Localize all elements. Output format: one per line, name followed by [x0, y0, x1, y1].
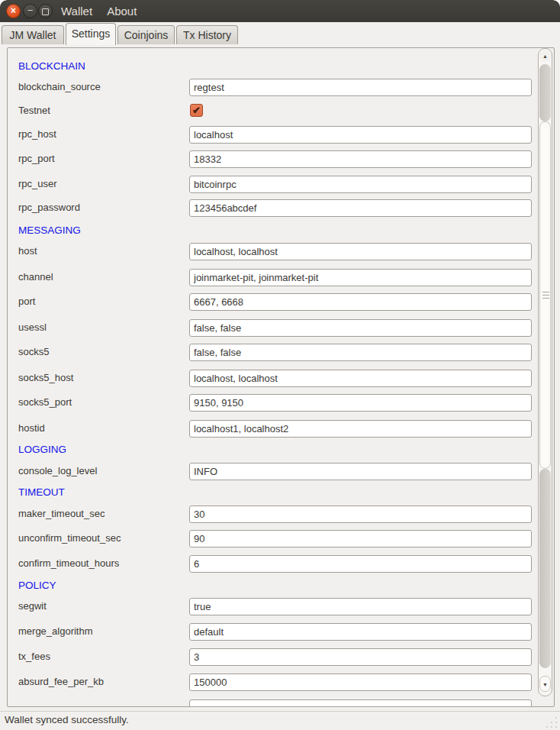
section-header-timeout: TIMEOUT	[18, 486, 65, 499]
field-input-usessl[interactable]	[189, 319, 532, 337]
field-label-channel: channel	[18, 271, 53, 284]
field-label-socks5_host: socks5_host	[18, 372, 73, 385]
field-label-rpc_password: rpc_password	[18, 202, 80, 215]
field-label-confirm_timeout_hours: confirm_timeout_hours	[18, 557, 119, 570]
field-input-merge_algorithm[interactable]	[189, 623, 532, 641]
field-input-port[interactable]	[189, 293, 532, 311]
field-label-merge_algorithm: merge_algorithm	[18, 625, 93, 638]
scrollbar-trough-top[interactable]	[539, 64, 551, 121]
field-input-socks5[interactable]	[189, 344, 532, 361]
scrollbar-trough-bottom[interactable]	[539, 469, 551, 668]
tab-coinjoins[interactable]: Coinjoins	[117, 25, 175, 44]
field-input-rpc_password[interactable]	[189, 199, 532, 217]
field-label-socks5: socks5	[18, 346, 49, 359]
field-label-maker_timeout_sec: maker_timeout_sec	[18, 508, 105, 521]
field-input-unconfirm_timeout_sec[interactable]	[189, 530, 532, 548]
field-label-absurd_fee_per_kb: absurd_fee_per_kb	[18, 676, 104, 689]
section-header-logging: LOGGING	[18, 444, 66, 457]
menu-wallet[interactable]: Wallet	[60, 5, 94, 18]
section-header-blockchain: BLOCKCHAIN	[18, 60, 85, 73]
field-label-hostid: hostid	[18, 422, 45, 435]
field-label-usessl: usessl	[18, 321, 47, 334]
field-input-clipped[interactable]	[189, 699, 532, 707]
tab-settings[interactable]: Settings	[66, 23, 116, 45]
close-button[interactable]: ×	[6, 4, 21, 18]
section-header-policy: POLICY	[18, 580, 56, 593]
tab-bar: JM Wallet Settings Coinjoins Tx History	[0, 22, 560, 44]
minimize-button[interactable]: −	[23, 4, 37, 18]
field-input-segwit[interactable]	[189, 598, 532, 615]
field-label-rpc_host: rpc_host	[18, 128, 56, 141]
field-input-absurd_fee_per_kb[interactable]	[189, 673, 532, 691]
titlebar: × − Wallet About	[0, 0, 560, 22]
field-label-console_log_level: console_log_level	[18, 465, 97, 478]
resize-grip[interactable]	[546, 717, 558, 729]
field-input-rpc_port[interactable]	[189, 150, 532, 168]
field-label-unconfirm_timeout_sec: unconfirm_timeout_sec	[18, 532, 121, 545]
field-label-rpc_user: rpc_user	[18, 178, 57, 191]
field-label-tx_fees: tx_fees	[18, 651, 50, 664]
scrollbar-grip-icon	[542, 292, 549, 292]
field-input-console_log_level[interactable]	[189, 463, 532, 480]
field-label-blockchain_source: blockchain_source	[18, 81, 101, 94]
menubar: Wallet About	[60, 0, 138, 22]
field-label-segwit: segwit	[18, 600, 47, 613]
scroll-up-button[interactable]: ▲	[539, 50, 551, 62]
checkbox-testnet[interactable]: ✔	[190, 104, 203, 117]
field-input-confirm_timeout_hours[interactable]	[189, 555, 532, 573]
field-input-rpc_user[interactable]	[189, 176, 532, 193]
field-input-channel[interactable]	[189, 269, 532, 286]
section-header-messaging: MESSAGING	[18, 224, 81, 237]
maximize-button[interactable]	[38, 4, 53, 18]
field-input-socks5_port[interactable]	[189, 394, 532, 412]
field-label-rpc_port: rpc_port	[18, 153, 55, 166]
status-message: Wallet synced successfully.	[5, 714, 129, 725]
maximize-icon	[42, 8, 49, 15]
menu-about[interactable]: About	[105, 5, 138, 18]
app-window: × − Wallet About JM Wallet Settings Coin…	[0, 0, 560, 730]
field-input-hostid[interactable]	[189, 420, 532, 438]
status-bar: Wallet synced successfully.	[0, 711, 560, 730]
scroll-down-button[interactable]: ▼	[539, 676, 551, 692]
field-label-testnet: Testnet	[18, 105, 50, 118]
scrollbar-thumb[interactable]	[539, 121, 551, 469]
field-input-maker_timeout_sec[interactable]	[189, 506, 532, 523]
tab-tx-history[interactable]: Tx History	[176, 25, 238, 44]
field-label-socks5_port: socks5_port	[18, 396, 72, 409]
vertical-scrollbar[interactable]: ▲ ▼	[538, 48, 552, 696]
field-input-host[interactable]	[189, 243, 532, 260]
tab-jm-wallet[interactable]: JM Wallet	[2, 25, 64, 44]
field-label-host: host	[18, 245, 37, 258]
settings-panel: ▲ ▼ BLOCKCHAINblockchain_sourceTestnet✔r…	[7, 47, 555, 707]
field-input-socks5_host[interactable]	[189, 370, 532, 387]
field-label-port: port	[18, 296, 35, 308]
field-input-blockchain_source[interactable]	[189, 79, 532, 96]
field-input-tx_fees[interactable]	[189, 648, 532, 666]
field-input-rpc_host[interactable]	[189, 126, 532, 144]
